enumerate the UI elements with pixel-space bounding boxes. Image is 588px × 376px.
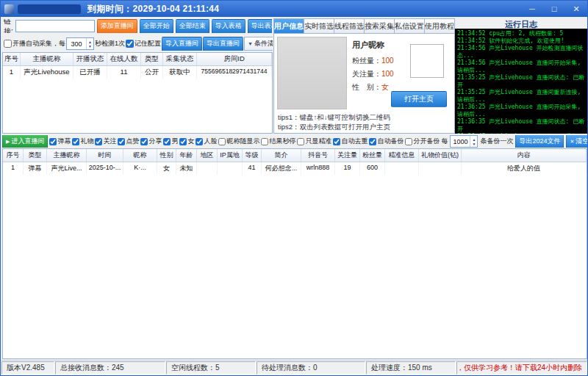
checkbox-like[interactable]: 点赞 <box>118 137 139 146</box>
checkbox-nickname-display[interactable]: 昵称随显示 <box>218 137 259 146</box>
spin-down-icon[interactable]: ▼ <box>472 142 476 146</box>
remember-config-checkbox[interactable]: 记住配置 <box>126 39 161 48</box>
tip2-text: tips2：双击列表数据可打开用户主页 <box>278 123 390 132</box>
status-version: 版本V2.485 <box>1 361 54 375</box>
app-name-redacted <box>18 4 81 14</box>
condition-clear-dropdown[interactable]: ▼ 条件清空 <box>244 37 273 51</box>
start-all-button[interactable]: 全部开始 <box>140 19 173 33</box>
status-received-count: 总接收消息数：245 <box>55 361 165 375</box>
info-tabs: 用户信息 实时筛选 线程筛选 搜索采集 私信设置 使用教程 <box>273 18 455 34</box>
interval-suffix-label: 秒检测1次 <box>95 39 125 48</box>
tab-thread-filter[interactable]: 线程筛选 <box>334 18 365 34</box>
clear-list-button[interactable]: ✕ 清空列表 <box>566 135 587 148</box>
export-rooms-button[interactable]: 导出直播间 <box>203 37 243 51</box>
backup-prefix-label: 每 <box>441 137 448 146</box>
enter-room-button[interactable]: ▶ 进入直播间 <box>2 135 48 148</box>
checkbox-dedupe[interactable]: 自动去重 <box>333 137 368 146</box>
tab-search-collect[interactable]: 搜索采集 <box>365 18 395 34</box>
table-row[interactable]: 1 声光Livehouse 已开播 11 公开 获取中 755696518297… <box>3 66 272 79</box>
room-list-table: 序号 主播昵称 开播状态 在线人数 类型 采集状态 房间ID 1 声光Liveh… <box>2 52 273 134</box>
user-avatar-placeholder <box>277 37 347 109</box>
status-idle-threads: 空闲线程数：5 <box>166 361 256 375</box>
filter-bar: ▶ 进入直播间 弹幕 礼物 关注 点赞 分享 男 女 人脸 昵称随显示 结果秒停… <box>2 135 587 148</box>
checkbox-follow[interactable]: 关注 <box>95 137 116 146</box>
collect-options-bar: 开播自动采集，每 300 ▲ ▼ 秒检测1次 记住配置 导入直播间 导出直播间 … <box>4 37 273 51</box>
log-line: 21:34:56 声光Livehouse 直播间开始采集, 请稍后... <box>457 59 585 74</box>
log-line: 21:35:25 声光Livehouse 直播间重新连接, 请稍后... <box>457 89 585 104</box>
spin-down-icon[interactable]: ▼ <box>88 44 92 48</box>
fans-count: 粉丝量：100 <box>352 56 394 66</box>
gender-value: 性 别：女 <box>352 82 389 93</box>
export-file-button[interactable]: 导出2024文件 <box>515 135 564 148</box>
window-title: 到期时间：2029-10-04 21:11:44 <box>87 3 219 15</box>
checkbox-auto-backup[interactable]: 自动备份 <box>369 137 404 146</box>
status-pending-count: 待处理消息数：0 <box>257 361 365 375</box>
minimize-icon[interactable]: ─ <box>521 1 543 17</box>
log-line: 21:34:52 cpu占用: 2, 线程数量: 5 <box>457 30 585 37</box>
log-line: 21:35:25 声光Livehouse 直播间状态: 已断开 <box>457 74 585 89</box>
link-label: 链接: <box>4 19 13 33</box>
checkbox-face[interactable]: 人脸 <box>196 137 217 146</box>
stop-all-button[interactable]: 全部结束 <box>176 19 209 33</box>
interval-spinner[interactable]: 300 ▲ ▼ <box>66 37 94 50</box>
clear-icon: ✕ <box>570 139 574 145</box>
chevron-down-icon: ▼ <box>248 41 253 46</box>
checkbox-danmu[interactable]: 弹幕 <box>49 137 71 146</box>
log-line: 21:36:45 声光Livehouse 直播间开始采集, 请稍后... <box>457 133 585 134</box>
tab-user-info[interactable]: 用户信息 <box>273 18 304 34</box>
log-line: 21:36:35 声光Livehouse 直播间状态: 已断开 <box>457 118 585 133</box>
checkbox-gift[interactable]: 礼物 <box>72 137 93 146</box>
checkbox-share[interactable]: 分享 <box>140 137 162 146</box>
message-table-body <box>3 175 587 358</box>
add-room-button[interactable]: 添加直播间 <box>97 19 137 33</box>
enter-icon: ▶ <box>6 139 10 145</box>
auto-collect-checkbox[interactable]: 开播自动采集，每 <box>4 39 65 48</box>
backup-suffix-label: 条备份一次 <box>480 137 513 146</box>
checkbox-male[interactable]: 男 <box>163 137 178 146</box>
window-controls: ─ □ ✕ <box>521 1 587 17</box>
top-toolbar: 链接: 添加直播间 全部开始 全部结束 导入表格 导出表格 <box>4 19 272 33</box>
user-nickname-label: 用户昵称 <box>352 40 384 51</box>
tab-tutorial[interactable]: 使用教程 <box>425 18 455 34</box>
checkbox-stop-on-result[interactable]: 结果秒停 <box>261 137 295 146</box>
message-table-header: 序号 类型 主播昵称 时间 昵称 性别 年龄 地区 IP属地 等级 简介 抖音号… <box>3 149 587 162</box>
app-window: 到期时间：2029-10-04 21:11:44 ─ □ ✕ 链接: 添加直播间… <box>0 0 588 376</box>
run-log-console: 21:34:52 cpu占用: 2, 线程数量: 5 21:34:52 软件初始… <box>455 29 587 134</box>
maximize-icon[interactable]: □ <box>543 1 565 17</box>
status-speed: 处理速度：150 ms <box>366 361 456 375</box>
status-warning: 本软件禁止用于非法用途，仅供学习参考！请下载24小时内删除 <box>456 361 587 375</box>
filter-bar-right: 每 1000 ▲ ▼ 条备份一次 导出2024文件 ✕ 清空列表 <box>441 135 587 148</box>
log-line: 21:34:56 声光Livehouse 开始检测直播间状态... <box>457 45 585 59</box>
user-info-panel: 用户昵称 粉丝量：100 关注量：100 性 别：女 打开主页 tips1：键盘… <box>273 33 455 134</box>
table-row[interactable]: 1 弹幕 声光Live... 2025-10-... K·... 女 未知 41… <box>3 162 587 175</box>
checkbox-precise-only[interactable]: 只显精准 <box>297 137 331 146</box>
open-homepage-button[interactable]: 打开主页 <box>391 91 447 107</box>
import-rooms-button[interactable]: 导入直播间 <box>162 37 202 51</box>
import-table-button[interactable]: 导入表格 <box>212 19 245 33</box>
tab-dm-settings[interactable]: 私信设置 <box>395 18 425 34</box>
log-line: 21:34:52 软件初始化完成, 欢迎使用! <box>457 37 585 45</box>
checkbox-female[interactable]: 女 <box>179 137 194 146</box>
message-table: 序号 类型 主播昵称 时间 昵称 性别 年龄 地区 IP属地 等级 简介 抖音号… <box>2 148 587 359</box>
follow-count: 关注量：100 <box>352 69 394 79</box>
close-icon[interactable]: ✕ <box>565 1 587 17</box>
qr-code-box <box>410 44 444 78</box>
export-table-button[interactable]: 导出表格 <box>248 19 272 33</box>
link-input[interactable] <box>15 20 95 32</box>
tab-realtime-filter[interactable]: 实时筛选 <box>304 18 334 34</box>
tip1-text: tips1：键盘↑和↓键可控制切换二维码 <box>278 113 390 123</box>
status-bar: 版本V2.485 总接收消息数：245 空闲线程数：5 待处理消息数：0 处理速… <box>1 360 587 375</box>
checkbox-split-backup[interactable]: 分开备份 <box>405 137 440 146</box>
backup-count-spinner[interactable]: 1000 ▲ ▼ <box>450 135 478 148</box>
room-table-header: 序号 主播昵称 开播状态 在线人数 类型 采集状态 房间ID <box>3 53 272 66</box>
log-line: 21:36:25 声光Livehouse 直播间开始采集, 请稍后... <box>457 104 585 118</box>
app-icon <box>4 4 14 14</box>
title-bar: 到期时间：2029-10-04 21:11:44 ─ □ ✕ <box>1 1 587 17</box>
